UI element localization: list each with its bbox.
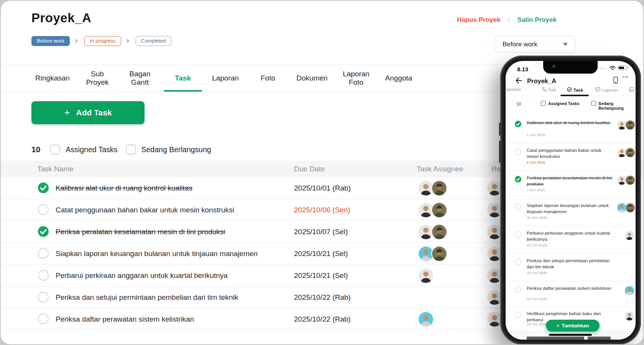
avatar [487,225,502,239]
task-open-circle-icon[interactable] [38,314,49,324]
phone-task-row[interactable]: Periksa peralatan keselamatan mesin di l… [506,171,636,199]
task-done-icon[interactable] [38,226,49,237]
delete-project-link[interactable]: Hapus Proyek [457,16,500,24]
phone-task-date: 21 Oct 2025 [527,215,547,220]
task-due-date: 2025/10/21 (Sel) [294,264,348,286]
task-open-circle-icon[interactable] [38,248,49,259]
phone-assigned-tasks-label: Assigned Tasks [548,101,579,106]
check-icon [567,87,572,93]
phone-task-date: 21 Oct 2025 [527,243,547,247]
phone-task-date: 22 Oct 2025 [527,271,547,275]
avatar [487,181,502,196]
phone-assigned-tasks-checkbox[interactable] [541,101,546,106]
phone-task-row[interactable]: Catat penggunaan bahan bakar untuk mesin… [506,143,636,171]
phone-in-progress-checkbox[interactable] [591,101,596,106]
assigned-tasks-checkbox[interactable] [50,145,60,154]
phone-volume-button [499,123,501,136]
phone-tab-foto[interactable]: Foto [629,87,636,93]
status-badge-in-progress[interactable]: In progress [84,36,121,46]
phone-tab-laporan[interactable]: Laporan [595,87,618,93]
task-open-circle-icon[interactable] [38,270,49,281]
task-assignees [419,246,447,261]
phone-page-title: Proyek_A [527,77,556,85]
status-dropdown[interactable]: Before work [495,36,576,53]
avatar [487,268,502,283]
in-progress-checkbox[interactable] [126,145,136,154]
task-reviewer [487,203,502,217]
tab-foto[interactable]: Foto [261,65,275,92]
phone-task-date: 22 Oct 2025 [527,297,547,301]
tab-laporan[interactable]: Laporan [212,65,239,92]
tab-ringkasan[interactable]: Ringkasan [35,65,70,92]
task-due-date: 2025/10/06 (Sen) [294,199,350,221]
avatar [617,120,626,130]
device-icon[interactable] [613,77,618,85]
phone-task-name: Kalibrasi alat ukur di ruang kontrol kua… [527,120,614,126]
avatar [432,181,447,196]
task-reviewer [487,225,502,239]
home-indicator[interactable] [549,334,592,336]
phone-add-task-label: Tambahkan [562,323,589,329]
phone-tab-ringkasan[interactable]: Ringkasan [506,87,521,92]
col-due-date: Due Date [294,161,325,177]
phone-task-date: 28 Oct 2025 [527,322,547,326]
tab-anggota[interactable]: Anggota [385,65,412,92]
phone-clock: 8.13 [517,66,528,72]
tab-laporan-foto[interactable]: Laporan Foto [343,65,370,92]
task-open-circle-icon[interactable] [515,286,521,293]
task-open-circle-icon[interactable] [515,148,521,155]
phone-tab-label: Ringkasan [506,87,521,92]
avatar [626,176,635,185]
task-reviewer [487,246,502,261]
phone-task-row[interactable]: Periksa dan setujui permintaan pembelian… [506,254,636,281]
task-open-circle-icon[interactable] [38,292,49,302]
tab-sub-proyek[interactable]: Sub Proyek [86,65,108,92]
phone-tab-label: Laporan [602,88,618,92]
phone-tab-bar: RingkasanSubTaskLaporanFoto [506,86,636,96]
plus-icon: + [64,107,70,118]
phone-task-row[interactable]: Periksa daftar perawatan sistem kelistri… [506,281,636,307]
task-open-circle-icon[interactable] [515,259,521,265]
avatar [626,148,635,157]
more-options-icon[interactable] [623,76,628,77]
plus-icon: + [557,323,560,329]
avatar [487,290,502,305]
avatar [419,246,433,261]
task-done-icon[interactable] [515,176,521,182]
add-task-button[interactable]: + Add Task [31,101,145,124]
image-icon [629,87,634,93]
task-open-circle-icon[interactable] [38,204,49,215]
tab-task[interactable]: Task [175,65,191,92]
col-task-name: Task Name [37,161,74,177]
phone-tab-task[interactable]: Task [567,87,583,93]
phone-task-row[interactable]: Kalibrasi alat ukur di ruang kontrol kua… [506,116,636,143]
phone-in-progress-label: Sedang Berlangsung [598,101,636,110]
tab-dokumen[interactable]: Dokumen [296,65,327,92]
phone-tab-label: Sub [548,87,556,92]
task-open-circle-icon[interactable] [515,204,521,210]
avatar [625,231,634,240]
task-due-date: 2025/10/07 (Sel) [294,221,348,243]
task-name: Periksa peralatan keselamatan mesin di l… [56,221,225,243]
phone-tab-sub[interactable]: Sub [542,87,556,92]
actions-divider: | [508,16,509,24]
task-done-icon[interactable] [515,121,521,127]
status-badge-completed[interactable]: Completed [136,36,171,46]
tab-bagan-gantt[interactable]: Bagan Gantt [130,65,151,92]
back-arrow-icon[interactable] [515,77,522,84]
status-badge-before-work[interactable]: Before work [31,36,70,46]
task-due-date: 2025/10/21 (Sel) [294,243,348,264]
battery-icon [618,66,627,70]
phone-add-task-button[interactable]: + Tambahkan [546,320,600,332]
copy-project-link[interactable]: Salin Proyek [518,16,557,24]
task-due-date: 2025/10/22 (Rab) [294,286,351,308]
phone-task-row[interactable]: Siapkan laporan keuangan bulanan untuk t… [506,199,636,226]
task-done-icon[interactable] [38,182,49,193]
page-title: Proyek_A [31,11,91,25]
phone-task-date: 7 Oct 2025 [527,188,545,192]
col-task-assignee: Task Assignee [417,161,463,177]
task-open-circle-icon[interactable] [515,231,521,238]
active-tab-underline [164,90,202,92]
phone-task-row[interactable]: Perbarui perkiraan anggaran untuk kuarta… [506,226,636,254]
task-open-circle-icon[interactable] [515,312,521,318]
